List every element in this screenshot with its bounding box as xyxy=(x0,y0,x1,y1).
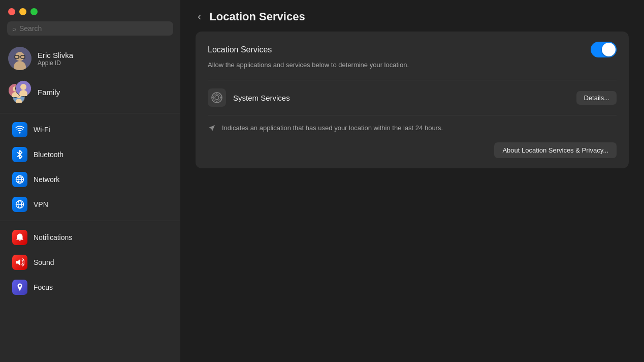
location-toggle-row: Location Services xyxy=(208,42,617,57)
system-services-left: System Services xyxy=(208,88,290,107)
location-services-desc: Allow the applications and services belo… xyxy=(208,61,617,70)
maximize-button[interactable] xyxy=(30,8,38,15)
avatar xyxy=(8,47,31,70)
svg-point-23 xyxy=(19,285,21,287)
location-arrow-icon xyxy=(208,124,216,134)
page-title: Location Services xyxy=(209,10,305,23)
sidebar-item-vpn-label: VPN xyxy=(34,200,48,208)
user-subtitle: Apple ID xyxy=(38,59,73,67)
location-services-card: Location Services Allow the applications… xyxy=(196,32,629,168)
back-button[interactable]: ‹ xyxy=(196,10,203,23)
sidebar-item-focus-label: Focus xyxy=(34,283,53,291)
network-icon xyxy=(12,172,27,187)
sidebar-scroll: Eric Slivka Apple ID xyxy=(0,42,180,362)
sidebar-item-wifi[interactable]: Wi-Fi xyxy=(4,117,176,142)
vpn-icon xyxy=(12,197,27,212)
search-bar[interactable]: ⌕ xyxy=(7,21,173,36)
privacy-button-row: About Location Services & Privacy... xyxy=(208,142,617,158)
main-content: ‹ Location Services Location Services Al… xyxy=(180,0,644,362)
sidebar-item-bluetooth[interactable]: Bluetooth xyxy=(4,142,176,167)
divider-1 xyxy=(0,113,180,113)
close-button[interactable] xyxy=(8,8,15,15)
page-header: ‹ Location Services xyxy=(180,0,644,32)
location-services-toggle[interactable] xyxy=(591,42,617,57)
toggle-knob xyxy=(602,43,616,56)
sidebar-item-network-label: Network xyxy=(34,175,59,184)
svg-point-25 xyxy=(215,96,219,100)
card-divider-1 xyxy=(208,80,617,80)
system-services-row: System Services Details... xyxy=(208,88,617,107)
sidebar-item-sound-label: Sound xyxy=(34,258,54,266)
info-text: Indicates an application that has used y… xyxy=(222,124,443,133)
family-label: Family xyxy=(38,88,60,97)
bluetooth-icon xyxy=(12,147,27,162)
user-name: Eric Slivka xyxy=(38,51,73,59)
sidebar-item-network[interactable]: Network xyxy=(4,167,176,192)
sidebar-item-sound[interactable]: Sound xyxy=(4,250,176,275)
svg-point-1 xyxy=(15,52,24,61)
minimize-button[interactable] xyxy=(19,8,26,15)
svg-point-26 xyxy=(213,94,220,101)
family-avatar-person2 xyxy=(15,80,31,97)
system-services-icon xyxy=(208,88,226,107)
focus-icon xyxy=(12,280,27,295)
content-area: Location Services Allow the applications… xyxy=(180,32,644,362)
sidebar-item-notifications[interactable]: Notifications xyxy=(4,225,176,250)
notifications-icon xyxy=(12,230,27,245)
svg-point-13 xyxy=(20,84,26,90)
sidebar-item-bluetooth-label: Bluetooth xyxy=(34,150,63,159)
sidebar-item-user[interactable]: Eric Slivka Apple ID xyxy=(0,42,180,75)
sidebar-item-notifications-label: Notifications xyxy=(34,233,72,242)
wifi-icon xyxy=(12,122,27,137)
divider-2 xyxy=(0,221,180,221)
user-info: Eric Slivka Apple ID xyxy=(38,51,73,67)
info-row: Indicates an application that has used y… xyxy=(208,124,617,134)
location-services-label: Location Services xyxy=(208,45,272,54)
details-button[interactable]: Details... xyxy=(576,91,617,105)
search-input[interactable] xyxy=(19,24,168,33)
sidebar-item-family[interactable]: Family xyxy=(0,75,180,109)
sidebar-item-focus[interactable]: Focus xyxy=(4,275,176,299)
family-avatar xyxy=(8,80,31,104)
sidebar-item-wifi-label: Wi-Fi xyxy=(34,126,50,134)
card-divider-2 xyxy=(208,115,617,115)
sidebar-item-vpn[interactable]: VPN xyxy=(4,192,176,217)
privacy-button[interactable]: About Location Services & Privacy... xyxy=(494,142,617,158)
search-icon: ⌕ xyxy=(12,25,16,33)
traffic-lights xyxy=(0,0,180,21)
sound-icon xyxy=(12,255,27,270)
system-services-label: System Services xyxy=(233,94,290,102)
sidebar: ⌕ Eric Slivka Apple ID xyxy=(0,0,180,362)
